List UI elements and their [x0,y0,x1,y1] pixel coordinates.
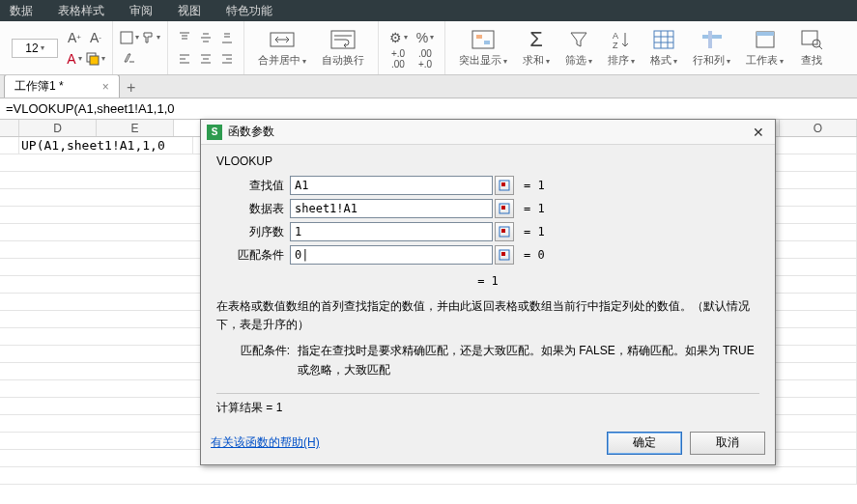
param-label-match: 匹配条件 [213,247,284,264]
align-top-icon[interactable] [174,27,195,48]
dialog-close-button[interactable]: ✕ [748,123,769,142]
param-input-col[interactable] [290,222,493,241]
border-group: ▾ ▾ [113,21,168,74]
cell-active[interactable]: UP(A1,sheet1!A1,1,0 [19,137,193,154]
param-help-label: 匹配条件: [232,342,290,378]
merge-center-button[interactable]: 合并居中▾ [250,28,314,68]
col-header[interactable] [0,120,19,136]
param-input-lookup[interactable] [290,176,493,195]
highlight-button[interactable]: 突出显示▾ [451,28,515,68]
workbook-tab[interactable]: 工作簿1 * × [4,74,120,98]
col-header-o[interactable]: O [780,120,857,136]
cancel-button[interactable]: 取消 [690,432,765,455]
worksheet-button[interactable]: 工作表▾ [738,28,791,68]
param-input-match[interactable] [290,245,493,265]
svg-rect-1 [90,56,99,65]
param-help-text: 指定在查找时是要求精确匹配，还是大致匹配。如果为 FALSE，精确匹配。如果为 … [298,342,759,378]
dialog-title: 函数参数 [228,124,748,140]
param-label-table: 数据表 [213,201,284,217]
rowcol-button[interactable]: 行和列▾ [685,28,738,68]
font-color-icon[interactable]: A▾ [64,48,85,70]
font-group: 12▾ A+ A- A▾ ▾ [6,21,113,74]
increase-font-icon[interactable]: A+ [64,27,85,48]
col-header-e[interactable]: E [97,120,174,136]
calc-result: 计算结果 = 1 [216,393,759,416]
param-input-table[interactable] [290,199,493,218]
align-middle-icon[interactable] [195,27,216,48]
range-select-icon[interactable] [495,222,514,241]
param-label-col: 列序数 [213,224,284,240]
main-menu-bar: 数据 表格样式 审阅 视图 特色功能 [0,0,857,21]
menu-features[interactable]: 特色功能 [226,3,272,19]
sort-button[interactable]: AZ 排序▾ [600,28,643,68]
svg-rect-23 [501,182,505,186]
decrease-font-icon[interactable]: A- [85,27,106,48]
increase-decimal-icon[interactable]: +.0.00 [385,48,412,70]
currency-icon[interactable]: ⚙▾ [385,27,412,48]
svg-rect-29 [501,252,505,256]
find-button[interactable]: 查找 [791,28,832,68]
svg-rect-2 [121,32,132,43]
svg-rect-18 [757,32,774,36]
svg-text:A: A [613,31,618,41]
fill-color-icon[interactable]: ▾ [85,48,106,70]
menu-table-style[interactable]: 表格样式 [58,3,104,19]
svg-rect-27 [501,229,505,233]
svg-rect-16 [708,31,712,48]
overall-result: = 1 [213,274,763,288]
number-group: ⚙▾ %▾ +.0.00 .00+.0 [379,21,445,74]
wrap-text-button[interactable]: 自动换行 [314,28,372,68]
function-name: VLOOKUP [216,154,763,168]
svg-rect-10 [654,31,673,48]
percent-icon[interactable]: %▾ [412,27,439,48]
formula-bar[interactable]: =VLOOKUP(A1,sheet1!A1,1,0 [0,98,857,120]
dialog-titlebar[interactable]: S 函数参数 ✕ [201,120,775,145]
svg-rect-5 [472,31,494,48]
param-result: = 1 [524,179,545,192]
range-select-icon[interactable] [495,199,514,218]
align-right-icon[interactable] [216,48,238,70]
svg-line-21 [819,46,822,49]
decrease-decimal-icon[interactable]: .00+.0 [412,48,439,70]
col-header-d[interactable]: D [19,120,97,136]
align-group [168,21,244,74]
align-left-icon[interactable] [174,48,195,70]
param-result: = 1 [524,202,545,215]
svg-text:Z: Z [613,41,618,50]
function-description: 在表格或数值数组的首列查找指定的数值，并由此返回表格或数组当前行中指定列处的数值… [216,297,759,334]
svg-rect-7 [484,41,490,44]
function-arguments-dialog: S 函数参数 ✕ VLOOKUP 查找值 = 1 数据表 = 1 列序数 = 1… [200,119,776,465]
format-button[interactable]: 格式▾ [643,28,685,68]
param-label-lookup: 查找值 [213,178,284,194]
ribbon: 12▾ A+ A- A▾ ▾ ▾ ▾ [0,21,857,75]
ok-button[interactable]: 确定 [607,432,682,455]
range-select-icon[interactable] [495,176,514,195]
svg-rect-25 [501,206,505,210]
param-result: = 1 [524,225,545,238]
sum-button[interactable]: Σ 求和▾ [515,28,557,68]
menu-review[interactable]: 审阅 [129,3,153,19]
format-painter-icon[interactable]: ▾ [140,27,161,48]
menu-data[interactable]: 数据 [10,3,33,19]
app-icon: S [207,125,222,140]
border-icon[interactable]: ▾ [119,27,140,48]
svg-rect-19 [802,31,817,44]
align-center-icon[interactable] [195,48,216,70]
new-sheet-button[interactable]: + [122,78,141,98]
workbook-tab-bar: 工作簿1 * × + [0,75,857,98]
range-select-icon[interactable] [495,245,514,265]
align-bottom-icon[interactable] [216,27,238,48]
param-result: = 0 [524,248,545,262]
clear-format-icon[interactable] [119,48,140,70]
svg-rect-6 [476,35,482,39]
svg-point-20 [813,40,820,47]
help-link[interactable]: 有关该函数的帮助(H) [211,434,320,451]
font-size-select[interactable]: 12▾ [12,39,58,58]
filter-button[interactable]: 筛选▾ [557,28,600,68]
close-icon[interactable]: × [102,80,109,94]
menu-view[interactable]: 视图 [178,3,201,19]
